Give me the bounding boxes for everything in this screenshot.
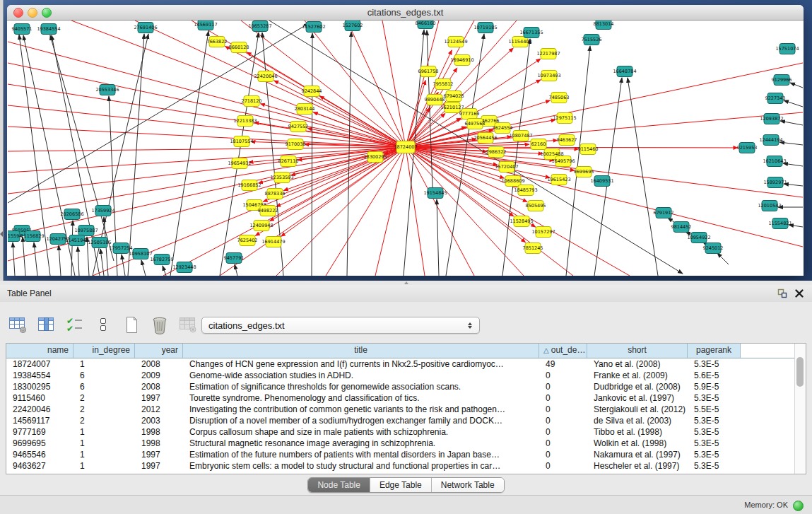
tab-node-table[interactable]: Node Table xyxy=(308,478,370,492)
table-cell[interactable]: 49 xyxy=(539,358,587,370)
splitter-handle-icon[interactable] xyxy=(404,281,408,284)
checklist-icon[interactable]: ✔ ✔ xyxy=(65,315,84,334)
new-document-icon[interactable] xyxy=(122,315,141,334)
table-row[interactable]: 946554611997Estimation of the future num… xyxy=(6,449,796,460)
close-icon[interactable] xyxy=(794,288,805,299)
table-cell[interactable]: 0 xyxy=(539,460,587,472)
table-cell[interactable]: 2008 xyxy=(135,358,183,370)
table-cell[interactable]: 5.3E-5 xyxy=(688,438,741,449)
table-row[interactable]: 1872400712008Changes of HCN gene express… xyxy=(6,358,796,370)
column-visibility-icon[interactable] xyxy=(37,315,56,334)
minimize-window-button[interactable] xyxy=(28,8,37,18)
column-header-short[interactable]: short xyxy=(587,344,688,358)
collapse-left-panel-icon[interactable] xyxy=(0,231,3,237)
table-cell[interactable]: 1998 xyxy=(135,438,183,449)
table-row[interactable]: 1456911722003Disruption of a novel membe… xyxy=(6,415,796,426)
vertical-scrollbar[interactable] xyxy=(794,344,806,474)
table-cell[interactable]: Jankovic et al. (1997) xyxy=(587,392,688,404)
table-cell[interactable]: 5.9E-5 xyxy=(688,381,741,392)
table-cell[interactable]: 1997 xyxy=(135,392,183,404)
tab-network-table[interactable]: Network Table xyxy=(432,478,504,492)
table-cell[interactable]: 2012 xyxy=(135,404,183,415)
window-titlebar[interactable]: citations_edges.txt xyxy=(7,5,804,21)
table-options-icon[interactable] xyxy=(8,315,28,334)
table-row[interactable]: 2242004622012Investigating the contribut… xyxy=(6,404,796,415)
float-window-icon[interactable] xyxy=(777,288,788,299)
table-cell[interactable]: Tourette syndrome. Phenomenology and cla… xyxy=(183,392,539,404)
table-row[interactable]: 977716911998Corpus callosum shape and si… xyxy=(6,426,796,438)
zoom-window-button[interactable] xyxy=(42,8,52,18)
table-cell[interactable]: 0 xyxy=(539,392,587,404)
table-cell[interactable]: 22420046 xyxy=(6,404,73,415)
table-cell[interactable]: 0 xyxy=(539,404,587,415)
table-cell[interactable]: Stergiakouli et al. (2012) xyxy=(587,404,688,415)
table-cell[interactable]: 2 xyxy=(73,404,135,415)
table-cell[interactable]: 9463627 xyxy=(6,460,73,472)
table-row[interactable]: 911546021997Tourette syndrome. Phenomeno… xyxy=(6,392,796,404)
table-cell[interactable]: 0 xyxy=(539,381,587,392)
table-cell[interactable]: Yano et al. (2008) xyxy=(587,358,688,370)
table-cell[interactable]: 9777169 xyxy=(6,426,73,438)
table-cell[interactable]: Hescheler et al. (1997) xyxy=(587,460,688,472)
table-cell[interactable]: 1997 xyxy=(135,460,183,472)
table-row[interactable]: 1938455462009Genome-wide association stu… xyxy=(6,370,796,381)
table-cell[interactable]: 1 xyxy=(73,460,135,472)
table-row[interactable]: 1830029562008Estimation of significance … xyxy=(6,381,796,392)
table-cell[interactable]: 5.5E-5 xyxy=(688,404,741,415)
memory-ok-indicator[interactable] xyxy=(793,501,804,511)
table-cell[interactable]: 6 xyxy=(73,381,135,392)
table-cell[interactable]: Disruption of a novel member of a sodium… xyxy=(183,415,539,426)
scrollbar-thumb[interactable] xyxy=(796,357,804,387)
table-cell[interactable]: Estimation of the future numbers of pati… xyxy=(183,449,539,460)
table-cell[interactable]: Nakamura et al. (1997) xyxy=(587,449,688,460)
table-cell[interactable]: Franke et al. (2009) xyxy=(587,370,688,381)
table-cell[interactable]: 1 xyxy=(73,426,135,438)
table-cell[interactable]: 1997 xyxy=(135,449,183,460)
table-cell[interactable]: Structural magnetic resonance image aver… xyxy=(183,438,539,449)
table-cell[interactable]: 0 xyxy=(539,426,587,438)
table-cell[interactable]: 1 xyxy=(73,449,135,460)
column-header-in_degree[interactable]: in_degree xyxy=(73,344,135,358)
table-cell[interactable]: Investigating the contribution of common… xyxy=(183,404,539,415)
table-cell[interactable]: Changes of HCN gene expression and I(f) … xyxy=(183,358,539,370)
table-row[interactable]: 969969511998Structural magnetic resonanc… xyxy=(6,438,796,449)
table-cell[interactable]: 5.3E-5 xyxy=(688,392,741,404)
table-cell[interactable]: 19384554 xyxy=(6,370,73,381)
table-cell[interactable]: 9699695 xyxy=(6,438,73,449)
left-panel-edge[interactable] xyxy=(0,0,4,281)
table-cell[interactable]: 2009 xyxy=(135,370,183,381)
table-cell[interactable]: Dudbridge et al. (2008) xyxy=(587,381,688,392)
table-cell[interactable]: 2008 xyxy=(135,381,183,392)
table-cell[interactable]: 5.6E-5 xyxy=(688,370,741,381)
table-cell[interactable]: Corpus callosum shape and size in male p… xyxy=(183,426,539,438)
table-cell[interactable]: 0 xyxy=(539,415,587,426)
table-cell[interactable]: 9465546 xyxy=(6,449,73,460)
trash-icon[interactable] xyxy=(150,315,169,334)
table-cell[interactable]: Estimation of significance thresholds fo… xyxy=(183,381,539,392)
table-cell[interactable]: 18300295 xyxy=(6,381,73,392)
table-cell[interactable]: 5.3E-5 xyxy=(688,426,741,438)
network-canvas[interactable]: 2242004692428442718120280314412213383842… xyxy=(8,21,803,276)
table-cell[interactable]: 14569117 xyxy=(6,415,73,426)
table-cell[interactable]: Tibbo et al. (1998) xyxy=(587,426,688,438)
tab-edge-table[interactable]: Edge Table xyxy=(370,478,432,492)
column-header-year[interactable]: year xyxy=(135,344,183,358)
table-cell[interactable]: 18724007 xyxy=(6,358,73,370)
column-header-pagerank[interactable]: pagerank xyxy=(688,344,741,358)
table-cell[interactable]: 0 xyxy=(539,370,587,381)
table-cell[interactable]: 6 xyxy=(73,370,135,381)
table-cell[interactable]: 0 xyxy=(539,449,587,460)
table-cell[interactable]: 0 xyxy=(539,438,587,449)
table-selector-dropdown[interactable]: citations_edges.txt xyxy=(201,317,480,334)
table-cell[interactable]: 2 xyxy=(73,392,135,404)
column-header-name[interactable]: name xyxy=(6,344,73,358)
table-cell[interactable]: Embryonic stem cells: a model to study s… xyxy=(183,460,539,472)
table-cell[interactable]: 1 xyxy=(73,438,135,449)
table-cell[interactable]: 5.3E-5 xyxy=(688,449,741,460)
table-cell[interactable]: 5.3E-5 xyxy=(688,358,741,370)
table-cell[interactable]: 5.3E-5 xyxy=(688,460,741,472)
row-height-icon[interactable] xyxy=(93,315,112,334)
column-header-out_de[interactable]: △out_de… xyxy=(539,344,587,358)
column-header-title[interactable]: title xyxy=(183,344,539,358)
table-cell[interactable]: 2 xyxy=(73,415,135,426)
